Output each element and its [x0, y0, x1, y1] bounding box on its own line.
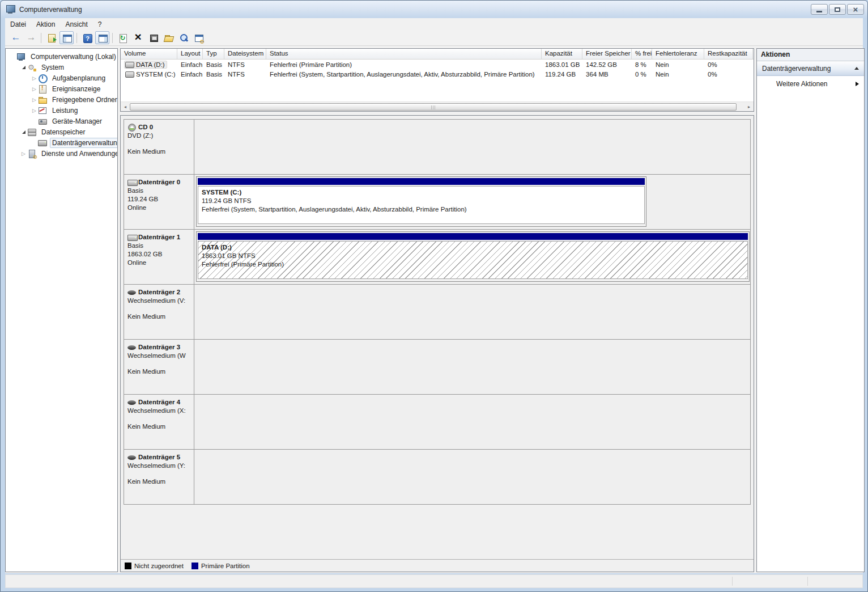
toolbar-button-back[interactable]: [8, 31, 23, 44]
find-icon: [180, 33, 189, 43]
disk-name-line: CD 0: [127, 123, 192, 132]
disk-info-line: DVD (Z:): [127, 132, 192, 140]
disk-label-datentraeger-2[interactable]: Datenträger 2Wechselmedium (V:Kein Mediu…: [124, 285, 194, 339]
scroll-right-arrow-icon[interactable]: ▸: [744, 103, 754, 111]
tree-item-freigegebene-ordner[interactable]: Freigegebene Ordner: [6, 94, 117, 105]
toolbar-button-snapin[interactable]: [192, 31, 206, 44]
volume-row-0[interactable]: DATA (D:)EinfachBasisNTFSFehlerfrei (Pri…: [121, 60, 754, 69]
disk-management-icon: [38, 138, 48, 147]
disk-media-status: Kein Medium: [127, 147, 192, 156]
actions-group-datentraegerverwaltung[interactable]: Datenträgerverwaltung: [757, 61, 864, 76]
toolbar-button-refresh[interactable]: [116, 31, 130, 44]
window-title: Computerverwaltung: [19, 6, 82, 14]
expander-collapsed-icon[interactable]: [31, 97, 38, 103]
event-viewer-icon: [38, 84, 48, 94]
minimize-button[interactable]: [811, 4, 828, 15]
disk-name: Datenträger 5: [138, 453, 180, 462]
disk-label-datentraeger-3[interactable]: Datenträger 3Wechselmedium (WKein Medium: [124, 340, 194, 394]
volume-column-header-7[interactable]: % frei: [632, 49, 652, 59]
title-bar[interactable]: Computerverwaltung ×: [1, 1, 867, 18]
tree-item-geraete-manager[interactable]: Geräte-Manager: [6, 116, 117, 126]
toolbar-button-forward[interactable]: [24, 31, 38, 44]
partition-type-color-bar: [198, 178, 645, 185]
toolbar-button-export-list[interactable]: [44, 31, 58, 44]
volume-column-header-5[interactable]: Kapazität: [542, 49, 582, 59]
toolbar-separator: [76, 33, 77, 43]
toolbar-separator: [41, 33, 41, 43]
partition-size: 1863.01 GB NTFS: [202, 252, 747, 260]
scroll-left-arrow-icon[interactable]: ◂: [121, 103, 130, 111]
partition-datentraeger-1[interactable]: DATA (D:)1863.01 GB NTFSFehlerfrei (Prim…: [196, 231, 750, 282]
toolbar-button-console-tree[interactable]: [59, 31, 74, 44]
volume-list-header: VolumeLayoutTypDateisystemStatusKapazitä…: [121, 49, 754, 60]
volume-name: SYSTEM (C:): [124, 70, 177, 78]
volume-cell: Einfach: [177, 71, 203, 78]
main-area: Computerverwaltung (Lokal)SystemAufgaben…: [5, 46, 863, 573]
disk-name: CD 0: [138, 123, 153, 132]
volume-column-header-6[interactable]: Freier Speicher: [582, 49, 632, 59]
volume-row-1[interactable]: SYSTEM (C:)EinfachBasisNTFSFehlerfrei (S…: [121, 69, 754, 79]
tree-item-ereignisanzeige[interactable]: Ereignisanzeige: [6, 83, 117, 94]
volume-column-header-9[interactable]: Restkapazität: [704, 49, 753, 59]
disk-row-cd-0: CD 0DVD (Z:)Kein Medium: [124, 119, 751, 175]
scrollbar-thumb[interactable]: [130, 103, 737, 111]
volume-cell: NTFS: [224, 71, 266, 78]
tree-item-computerverwaltung-lokal[interactable]: Computerverwaltung (Lokal): [6, 51, 117, 62]
menu-item-hilfe[interactable]: ?: [93, 19, 107, 29]
toolbar-button-help[interactable]: [80, 31, 94, 44]
volume-column-header-8[interactable]: Fehlertoleranz: [652, 49, 704, 59]
menu-bar: DateiAktionAnsicht?: [5, 18, 863, 30]
volume-column-header-1[interactable]: Layout: [177, 49, 203, 59]
menu-item-datei[interactable]: Datei: [5, 19, 31, 29]
collapse-group-icon[interactable]: [854, 67, 859, 70]
restore-button[interactable]: [829, 4, 846, 15]
expander-collapsed-icon[interactable]: [20, 151, 27, 157]
disk-content-datentraeger-5: [194, 450, 750, 504]
volume-name: DATA (D:): [124, 61, 167, 69]
disk-row-datentraeger-4: Datenträger 4Wechselmedium (X:Kein Mediu…: [124, 394, 751, 450]
toolbar-button-delete[interactable]: [131, 31, 145, 44]
volume-column-header-0[interactable]: Volume: [121, 49, 177, 59]
volume-cell: 0 %: [632, 71, 652, 78]
action-pane-icon: [98, 33, 107, 43]
disk-name: Datenträger 2: [138, 288, 180, 297]
disk-name-line: Datenträger 5: [127, 453, 192, 462]
close-button[interactable]: ×: [847, 4, 864, 15]
volume-cell: Nein: [652, 61, 704, 68]
tree-item-dienste-und-anwendungen[interactable]: Dienste und Anwendungen: [6, 148, 117, 159]
volume-column-header-4[interactable]: Status: [266, 49, 542, 59]
volume-column-header-3[interactable]: Dateisystem: [224, 49, 266, 59]
expander-collapsed-icon[interactable]: [31, 86, 38, 92]
toolbar-button-properties[interactable]: [146, 31, 160, 44]
disk-label-datentraeger-4[interactable]: Datenträger 4Wechselmedium (X:Kein Mediu…: [124, 395, 194, 449]
actions-item-weitere-aktionen[interactable]: Weitere Aktionen: [757, 76, 864, 91]
computer-icon: [16, 52, 26, 61]
horizontal-scrollbar[interactable]: ◂ ▸: [121, 102, 754, 111]
expander-expanded-icon[interactable]: [20, 65, 27, 69]
toolbar-button-find[interactable]: [177, 31, 191, 44]
toolbar-button-open[interactable]: [161, 31, 176, 44]
expander-collapsed-icon[interactable]: [31, 75, 38, 81]
actions-more-label: Weitere Aktionen: [776, 80, 828, 88]
legend-label: Primäre Partition: [201, 563, 250, 569]
window-controls: ×: [810, 4, 864, 15]
disk-label-datentraeger-0[interactable]: Datenträger 0Basis119.24 GBOnline: [124, 175, 194, 229]
expander-collapsed-icon[interactable]: [31, 108, 38, 113]
menu-item-ansicht[interactable]: Ansicht: [60, 19, 92, 29]
expander-expanded-icon[interactable]: [20, 130, 27, 134]
tree-item-label: Datenspeicher: [39, 127, 87, 137]
tree-item-datenspeicher[interactable]: Datenspeicher: [6, 126, 117, 137]
export-list-icon: [47, 33, 56, 43]
menu-item-aktion[interactable]: Aktion: [31, 19, 60, 29]
tree-item-datentraegerverwaltung[interactable]: Datenträgerverwaltung: [6, 137, 117, 148]
disk-label-datentraeger-5[interactable]: Datenträger 5Wechselmedium (Y:Kein Mediu…: [124, 450, 194, 504]
tree-item-aufgabenplanung[interactable]: Aufgabenplanung: [6, 73, 117, 83]
toolbar-button-action-pane[interactable]: [95, 31, 109, 44]
disk-label-cd-0[interactable]: CD 0DVD (Z:)Kein Medium: [124, 120, 194, 174]
tree-item-system[interactable]: System: [6, 62, 117, 73]
partition-datentraeger-0[interactable]: SYSTEM (C:)119.24 GB NTFSFehlerfrei (Sys…: [196, 176, 646, 227]
disk-label-datentraeger-1[interactable]: Datenträger 1Basis1863.02 GBOnline: [124, 230, 194, 284]
tree-item-leistung[interactable]: Leistung: [6, 105, 117, 116]
computer-management-window: Computerverwaltung × DateiAktionAnsicht?…: [0, 0, 868, 592]
volume-column-header-2[interactable]: Typ: [203, 49, 224, 59]
